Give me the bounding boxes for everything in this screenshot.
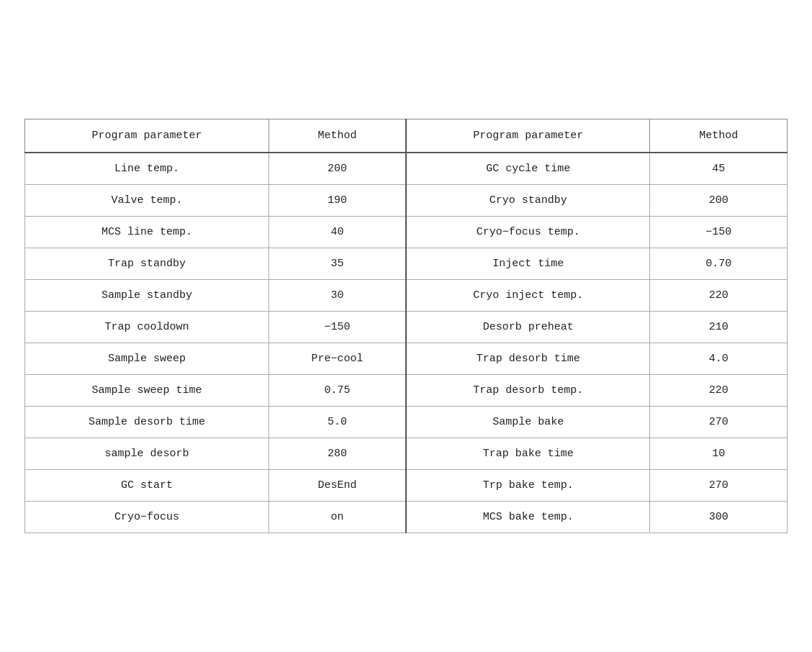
cell-method2: −150 — [650, 217, 788, 248]
cell-param1: GC start — [25, 470, 269, 502]
cell-method1: 35 — [269, 248, 406, 280]
cell-method1: 30 — [269, 280, 406, 312]
table-row: Sample standby30Cryo inject temp.220 — [25, 280, 788, 312]
cell-param2: GC cycle time — [406, 153, 650, 185]
cell-param1: Trap cooldown — [25, 312, 269, 343]
cell-param1: Valve temp. — [25, 185, 269, 217]
cell-param2: Sample bake — [406, 407, 650, 438]
cell-method1: 0.75 — [269, 375, 406, 407]
table-row: Sample desorb time5.0Sample bake270 — [25, 407, 788, 438]
cell-method2: 220 — [650, 375, 788, 407]
cell-param2: Cryo−focus temp. — [406, 217, 650, 248]
col-header-method2: Method — [650, 119, 788, 153]
cell-param1: Trap standby — [25, 248, 269, 280]
table-row: Cryo−focusonMCS bake temp.300 — [25, 502, 788, 533]
table-row: Trap standby35Inject time0.70 — [25, 248, 788, 280]
cell-param1: sample desorb — [25, 438, 269, 470]
cell-method1: 200 — [269, 153, 406, 185]
cell-method2: 220 — [650, 280, 788, 312]
cell-param1: Sample standby — [25, 280, 269, 312]
cell-method2: 300 — [650, 502, 788, 533]
cell-method1: −150 — [269, 312, 406, 343]
cell-method1: DesEnd — [269, 470, 406, 502]
table-row: Sample sweepPre−coolTrap desorb time4.0 — [25, 343, 788, 375]
cell-method1: 40 — [269, 217, 406, 248]
cell-method2: 10 — [650, 438, 788, 470]
cell-method2: 210 — [650, 312, 788, 343]
cell-param2: Desorb preheat — [406, 312, 650, 343]
cell-param1: Line temp. — [25, 153, 269, 185]
cell-param2: Cryo standby — [406, 185, 650, 217]
table-row: Valve temp.190Cryo standby200 — [25, 185, 788, 217]
cell-param2: Trap bake time — [406, 438, 650, 470]
cell-param2: Inject time — [406, 248, 650, 280]
main-table-container: Program parameter Method Program paramet… — [24, 119, 788, 533]
cell-method1: on — [269, 502, 406, 533]
cell-method1: 5.0 — [269, 407, 406, 438]
table-row: sample desorb280Trap bake time10 — [25, 438, 788, 470]
col-header-param2: Program parameter — [406, 119, 650, 153]
table-row: Line temp.200GC cycle time45 — [25, 153, 788, 185]
cell-method1: Pre−cool — [269, 343, 406, 375]
cell-method1: 280 — [269, 438, 406, 470]
parameters-table: Program parameter Method Program paramet… — [24, 119, 788, 533]
col-header-method1: Method — [269, 119, 406, 153]
table-row: Trap cooldown−150Desorb preheat210 — [25, 312, 788, 343]
header-row: Program parameter Method Program paramet… — [25, 119, 788, 153]
cell-param1: Sample sweep time — [25, 375, 269, 407]
table-row: GC startDesEndTrp bake temp.270 — [25, 470, 788, 502]
cell-param2: MCS bake temp. — [406, 502, 650, 533]
cell-param1: MCS line temp. — [25, 217, 269, 248]
cell-method2: 0.70 — [650, 248, 788, 280]
cell-param1: Sample sweep — [25, 343, 269, 375]
cell-method2: 270 — [650, 407, 788, 438]
col-header-param1: Program parameter — [25, 119, 269, 153]
cell-method2: 45 — [650, 153, 788, 185]
cell-param2: Trap desorb time — [406, 343, 650, 375]
cell-method2: 270 — [650, 470, 788, 502]
cell-param1: Cryo−focus — [25, 502, 269, 533]
cell-param2: Trp bake temp. — [406, 470, 650, 502]
cell-param2: Trap desorb temp. — [406, 375, 650, 407]
cell-method2: 4.0 — [650, 343, 788, 375]
cell-param2: Cryo inject temp. — [406, 280, 650, 312]
table-row: MCS line temp.40Cryo−focus temp.−150 — [25, 217, 788, 248]
cell-method1: 190 — [269, 185, 406, 217]
table-row: Sample sweep time0.75Trap desorb temp.22… — [25, 375, 788, 407]
cell-param1: Sample desorb time — [25, 407, 269, 438]
cell-method2: 200 — [650, 185, 788, 217]
